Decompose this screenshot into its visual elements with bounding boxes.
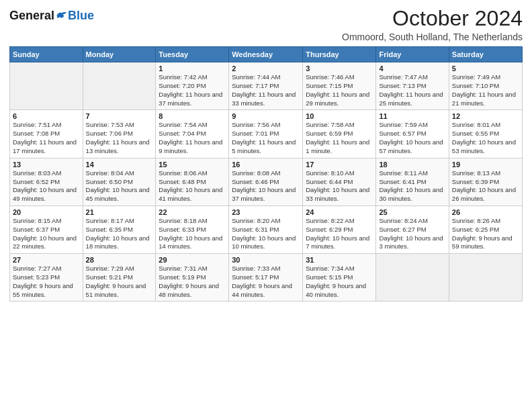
week-row-2: 6Sunrise: 7:51 AMSunset: 7:08 PMDaylight… [10,110,523,158]
calendar-cell: 22Sunrise: 8:18 AMSunset: 6:33 PMDayligh… [156,205,229,253]
day-number: 22 [159,208,226,216]
calendar-cell: 12Sunrise: 8:01 AMSunset: 6:55 PMDayligh… [449,110,522,158]
calendar-cell: 27Sunrise: 7:27 AMSunset: 5:23 PMDayligh… [10,254,83,302]
week-row-3: 13Sunrise: 8:03 AMSunset: 6:52 PMDayligh… [10,158,523,205]
day-info: Sunrise: 8:08 AMSunset: 6:46 PMDaylight:… [232,169,300,203]
week-row-1: 1Sunrise: 7:42 AMSunset: 7:20 PMDaylight… [10,62,523,110]
calendar-cell: 3Sunrise: 7:46 AMSunset: 7:15 PMDaylight… [303,62,376,110]
calendar-cell [83,62,156,110]
weekday-header-wednesday: Wednesday [229,47,303,62]
calendar-cell: 23Sunrise: 8:20 AMSunset: 6:31 PMDayligh… [229,205,303,253]
day-number: 17 [306,161,373,169]
day-info: Sunrise: 7:46 AMSunset: 7:15 PMDaylight:… [306,73,373,107]
weekday-header-row: SundayMondayTuesdayWednesdayThursdayFrid… [10,47,523,62]
day-info: Sunrise: 7:54 AMSunset: 7:04 PMDaylight:… [159,121,226,155]
day-number: 31 [306,256,373,264]
weekday-header-saturday: Saturday [449,47,522,62]
day-number: 13 [13,161,80,169]
calendar-cell [376,254,449,302]
day-number: 2 [232,64,300,73]
title-block: October 2024 Ommoord, South Holland, The… [342,7,523,42]
day-number: 12 [452,112,519,120]
weekday-header-friday: Friday [376,47,449,62]
calendar-cell: 17Sunrise: 8:10 AMSunset: 6:44 PMDayligh… [303,158,376,205]
day-number: 5 [452,64,519,73]
day-info: Sunrise: 8:15 AMSunset: 6:37 PMDaylight:… [13,217,80,251]
day-info: Sunrise: 8:11 AMSunset: 6:41 PMDaylight:… [379,169,445,203]
weekday-header-monday: Monday [83,47,156,62]
calendar-cell: 20Sunrise: 8:15 AMSunset: 6:37 PMDayligh… [10,205,83,253]
calendar-cell: 5Sunrise: 7:49 AMSunset: 7:10 PMDaylight… [449,62,522,110]
day-number: 7 [86,112,153,120]
day-info: Sunrise: 7:34 AMSunset: 5:15 PMDaylight:… [306,265,373,299]
day-info: Sunrise: 8:18 AMSunset: 6:33 PMDaylight:… [159,217,226,251]
day-number: 14 [86,161,153,169]
calendar-cell: 24Sunrise: 8:22 AMSunset: 6:29 PMDayligh… [303,205,376,253]
logo-blue: Blue [68,9,94,21]
page: General Blue October 2024 Ommoord, South… [0,0,532,411]
calendar-cell: 6Sunrise: 7:51 AMSunset: 7:08 PMDaylight… [10,110,83,158]
day-number: 18 [379,161,445,169]
calendar-cell: 11Sunrise: 7:59 AMSunset: 6:57 PMDayligh… [376,110,449,158]
calendar-cell: 2Sunrise: 7:44 AMSunset: 7:17 PMDaylight… [229,62,303,110]
day-number: 9 [232,112,300,120]
calendar-cell: 28Sunrise: 7:29 AMSunset: 5:21 PMDayligh… [83,254,156,302]
logo-general: General [9,9,54,21]
day-info: Sunrise: 8:03 AMSunset: 6:52 PMDaylight:… [13,169,80,203]
calendar-cell: 10Sunrise: 7:58 AMSunset: 6:59 PMDayligh… [303,110,376,158]
calendar: SundayMondayTuesdayWednesdayThursdayFrid… [9,46,523,302]
day-number: 10 [306,112,373,120]
calendar-cell [449,254,522,302]
day-info: Sunrise: 8:20 AMSunset: 6:31 PMDaylight:… [232,217,300,251]
calendar-cell: 29Sunrise: 7:31 AMSunset: 5:19 PMDayligh… [156,254,229,302]
logo-text: General Blue [9,9,94,21]
day-info: Sunrise: 8:17 AMSunset: 6:35 PMDaylight:… [86,217,153,251]
header: General Blue October 2024 Ommoord, South… [9,7,523,42]
day-info: Sunrise: 7:33 AMSunset: 5:17 PMDaylight:… [232,265,300,299]
day-info: Sunrise: 7:51 AMSunset: 7:08 PMDaylight:… [13,121,80,155]
weekday-header-sunday: Sunday [10,47,83,62]
weekday-header-thursday: Thursday [303,47,376,62]
calendar-cell: 31Sunrise: 7:34 AMSunset: 5:15 PMDayligh… [303,254,376,302]
calendar-cell: 21Sunrise: 8:17 AMSunset: 6:35 PMDayligh… [83,205,156,253]
week-row-4: 20Sunrise: 8:15 AMSunset: 6:37 PMDayligh… [10,205,523,253]
day-info: Sunrise: 7:44 AMSunset: 7:17 PMDaylight:… [232,73,300,107]
calendar-cell: 1Sunrise: 7:42 AMSunset: 7:20 PMDaylight… [156,62,229,110]
day-info: Sunrise: 7:29 AMSunset: 5:21 PMDaylight:… [86,265,153,299]
logo: General Blue [9,9,94,21]
calendar-cell: 26Sunrise: 8:26 AMSunset: 6:25 PMDayligh… [449,205,522,253]
day-info: Sunrise: 8:22 AMSunset: 6:29 PMDaylight:… [306,217,373,251]
day-number: 1 [159,64,226,73]
calendar-cell: 15Sunrise: 8:06 AMSunset: 6:48 PMDayligh… [156,158,229,205]
day-number: 6 [13,112,80,120]
day-info: Sunrise: 8:06 AMSunset: 6:48 PMDaylight:… [159,169,226,203]
calendar-cell: 19Sunrise: 8:13 AMSunset: 6:39 PMDayligh… [449,158,522,205]
calendar-cell: 14Sunrise: 8:04 AMSunset: 6:50 PMDayligh… [83,158,156,205]
day-info: Sunrise: 8:24 AMSunset: 6:27 PMDaylight:… [379,217,445,251]
calendar-cell: 8Sunrise: 7:54 AMSunset: 7:04 PMDaylight… [156,110,229,158]
day-info: Sunrise: 8:04 AMSunset: 6:50 PMDaylight:… [86,169,153,203]
day-info: Sunrise: 8:01 AMSunset: 6:55 PMDaylight:… [452,121,519,155]
day-number: 15 [159,161,226,169]
day-number: 8 [159,112,226,120]
calendar-cell: 13Sunrise: 8:03 AMSunset: 6:52 PMDayligh… [10,158,83,205]
day-info: Sunrise: 7:49 AMSunset: 7:10 PMDaylight:… [452,73,519,107]
day-info: Sunrise: 7:42 AMSunset: 7:20 PMDaylight:… [159,73,226,107]
day-info: Sunrise: 7:58 AMSunset: 6:59 PMDaylight:… [306,121,373,155]
day-info: Sunrise: 7:59 AMSunset: 6:57 PMDaylight:… [379,121,445,155]
day-number: 16 [232,161,300,169]
day-info: Sunrise: 7:27 AMSunset: 5:23 PMDaylight:… [13,265,80,299]
calendar-cell: 7Sunrise: 7:53 AMSunset: 7:06 PMDaylight… [83,110,156,158]
day-info: Sunrise: 7:47 AMSunset: 7:13 PMDaylight:… [379,73,445,107]
day-number: 3 [306,64,373,73]
day-number: 30 [232,256,300,264]
day-number: 11 [379,112,445,120]
calendar-cell: 16Sunrise: 8:08 AMSunset: 6:46 PMDayligh… [229,158,303,205]
weekday-header-tuesday: Tuesday [156,47,229,62]
day-number: 24 [306,208,373,216]
calendar-cell: 9Sunrise: 7:56 AMSunset: 7:01 PMDaylight… [229,110,303,158]
day-info: Sunrise: 7:56 AMSunset: 7:01 PMDaylight:… [232,121,300,155]
day-info: Sunrise: 7:31 AMSunset: 5:19 PMDaylight:… [159,265,226,299]
day-info: Sunrise: 7:53 AMSunset: 7:06 PMDaylight:… [86,121,153,155]
day-number: 23 [232,208,300,216]
